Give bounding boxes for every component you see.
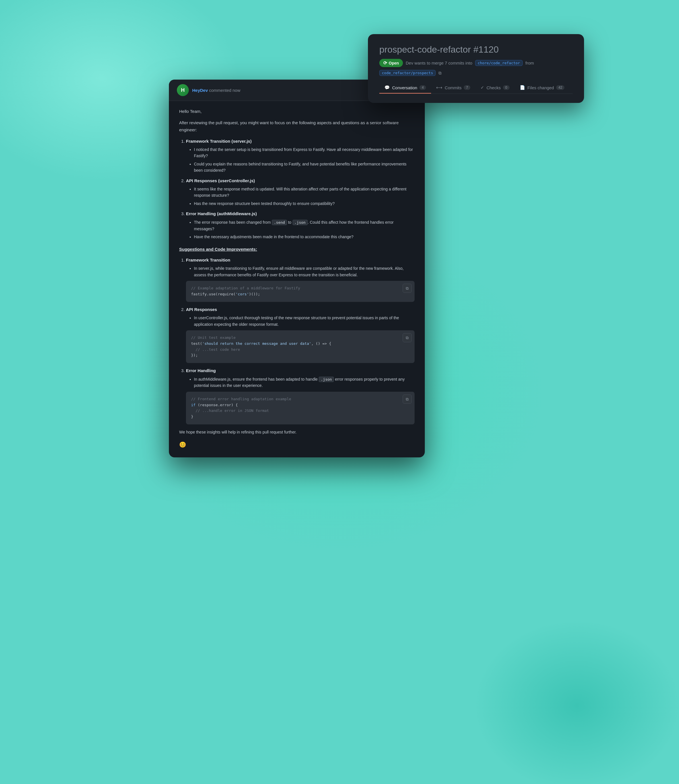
- pr-meta-text: Dev wants to merge 7 commits into: [406, 61, 472, 66]
- suggestions-header: Suggestions and Code Improvements:: [179, 245, 415, 253]
- review-sections: Framework Transition (server.js) I notic…: [179, 137, 415, 240]
- tab-commits[interactable]: ⟷ Commits 7: [431, 82, 476, 94]
- comment-meta: HeyDev commented now: [192, 88, 240, 93]
- copy-branch-icon[interactable]: ⧉: [438, 70, 441, 76]
- suggestion-error: Error Handling In authMiddleware.js, ens…: [186, 367, 415, 425]
- suggestions-list: Framework Transition In server.js, while…: [179, 256, 415, 425]
- error-bullets: The error response has been changed from…: [186, 219, 415, 240]
- branch-target[interactable]: chore/code_refactor: [475, 60, 523, 66]
- tab-checks[interactable]: ✓ Checks 0: [476, 82, 515, 94]
- suggestion-framework: Framework Transition In server.js, while…: [186, 256, 415, 302]
- comment-card: H HeyDev commented now Hello Team, After…: [169, 80, 425, 458]
- comment-body: Hello Team, After reviewing the pull req…: [169, 101, 425, 458]
- section-api: API Responses (userController.js) It see…: [186, 177, 415, 207]
- framework-bullets: I noticed that the server setup is being…: [186, 147, 415, 174]
- files-icon: 📄: [520, 85, 525, 90]
- section-framework: Framework Transition (server.js) I notic…: [186, 137, 415, 174]
- copy-button-2[interactable]: ⧉: [403, 333, 412, 342]
- author-name: HeyDev: [192, 88, 208, 93]
- api-bullets: It seems like the response method is upd…: [186, 186, 415, 207]
- copy-button-1[interactable]: ⧉: [403, 284, 412, 293]
- emoji-reaction[interactable]: 😊: [179, 440, 415, 450]
- commits-icon: ⟷: [436, 85, 443, 90]
- suggestion-api: API Responses In userController.js, cond…: [186, 306, 415, 363]
- pr-title: prospect-code-refactor #1120: [379, 44, 573, 55]
- pr-number: #1120: [473, 44, 499, 55]
- intro-text: After reviewing the pull request, you mi…: [179, 119, 415, 134]
- tab-files-changed[interactable]: 📄 Files changed 42: [515, 82, 570, 94]
- pr-card: prospect-code-refactor #1120 Open Dev wa…: [368, 34, 584, 103]
- comment-timestamp: commented now: [209, 88, 240, 93]
- footer-text: We hope these insights will help in refi…: [179, 429, 415, 436]
- branch-from[interactable]: code_refactor/prospects: [379, 70, 436, 76]
- from-text: from: [526, 61, 534, 66]
- avatar: H: [177, 84, 189, 96]
- pr-title-text: prospect-code-refactor: [379, 44, 471, 55]
- open-badge: Open: [379, 59, 403, 67]
- greeting: Hello Team,: [179, 108, 415, 115]
- checks-icon: ✓: [480, 85, 484, 90]
- pr-meta: Open Dev wants to merge 7 commits into c…: [379, 59, 573, 76]
- code-block-1: // Example adaptation of a middleware fo…: [186, 281, 415, 302]
- code-block-2: // Unit test example test('should return…: [186, 330, 415, 363]
- tab-conversation[interactable]: 💬 Conversation 4: [379, 82, 431, 94]
- copy-button-3[interactable]: ⧉: [403, 395, 412, 404]
- code-block-3: // Frontend error handling adaptation ex…: [186, 392, 415, 425]
- pr-tabs: 💬 Conversation 4 ⟷ Commits 7 ✓ Checks 0 …: [379, 82, 573, 94]
- conversation-icon: 💬: [385, 85, 390, 90]
- section-error: Error Handling (authMiddleware.js) The e…: [186, 210, 415, 240]
